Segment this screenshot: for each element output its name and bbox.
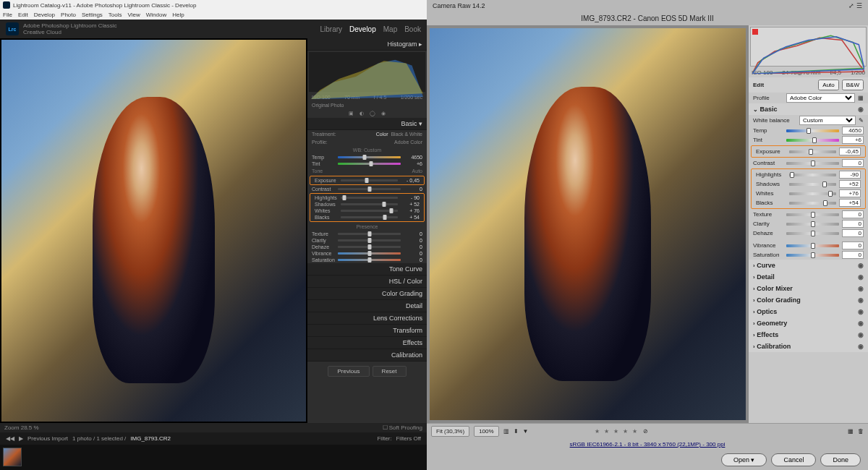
menu-photo[interactable]: Photo [61,12,76,18]
basic-header[interactable]: Basic ▾ [307,118,427,130]
cr-profile-select[interactable]: Adobe Color [786,93,855,103]
treat-color[interactable]: Color [376,132,388,137]
tool-mask-icon[interactable]: ◯ [370,111,375,116]
cr-panel-curve[interactable]: › Curve◉ [749,260,868,271]
slider-contrast[interactable]: Contrast0 [307,186,427,192]
cr-slider-contrast[interactable]: Contrast0 [749,158,868,168]
lr-preview-area[interactable] [0,38,307,423]
panel-lens[interactable]: Lens Corrections [307,312,427,325]
cr-panel-geometry[interactable]: › Geometry◉ [749,317,868,329]
panel-calibration[interactable]: Calibration [307,349,427,362]
cr-slider-dehaze[interactable]: Dehaze0 [749,228,868,238]
panel-detail[interactable]: Detail [307,300,427,312]
filmstrip[interactable] [0,445,427,470]
fullscreen-icon[interactable]: ⤢ [848,2,854,9]
cr-histogram[interactable] [750,27,867,67]
reset-button[interactable]: Reset [373,366,407,377]
cancel-button[interactable]: Cancel [771,453,816,466]
cr-preview-area[interactable] [427,25,749,423]
menu-tools[interactable]: Tools [109,12,122,18]
cr-workflow-link[interactable]: sRGB IEC61966-2.1 - 8 bit - 3840 x 5760 … [427,439,868,450]
filters-off[interactable]: Filters Off [396,435,421,442]
menu-develop[interactable]: Develop [34,12,55,18]
trash-icon[interactable]: 🗑 [858,428,864,435]
zoom-100-button[interactable]: 100% [474,426,498,437]
tone-auto[interactable]: Auto [412,168,422,174]
cr-panel-colorgrading[interactable]: › Color Grading◉ [749,294,868,306]
panel-colorgrading[interactable]: Color Grading [307,288,427,300]
filmstrip-thumb[interactable] [3,448,22,466]
slider-texture[interactable]: Texture0 [307,231,427,237]
cr-basic-header[interactable]: ⌄ Basic◉ [749,103,868,115]
cr-slider-texture[interactable]: Texture0 [749,210,868,219]
compare-icon[interactable]: ▥ [503,428,509,435]
grid-icon[interactable]: ▦ [858,95,864,101]
eye-icon[interactable]: ◉ [858,106,864,113]
cr-wb-select[interactable]: Custom [799,116,856,125]
cr-slider-clarity[interactable]: Clarity0 [749,219,868,228]
tool-heal-icon[interactable]: ◐ [359,111,364,116]
settings-icon[interactable]: ☰ [856,2,862,9]
fit-button[interactable]: Fit (30,3%) [431,426,469,437]
cr-panel-colormixer[interactable]: › Color Mixer◉ [749,283,868,294]
cr-panel-effects[interactable]: › Effects◉ [749,329,868,341]
module-library[interactable]: Library [320,25,342,33]
slider-shadows[interactable]: Shadows+ 52 [310,201,424,208]
previous-button[interactable]: Previous [328,366,369,377]
nav-prev-icon[interactable]: ◀◀ [6,435,14,442]
slider-temp[interactable]: Temp4650 [307,154,427,161]
grid-view-icon[interactable]: ▦ [848,428,854,435]
done-button[interactable]: Done [820,453,861,466]
filter-icon[interactable]: ▼ [523,428,529,435]
zoom-value[interactable]: 28.5 % [21,424,39,431]
cr-slider-shadows[interactable]: Shadows+52 [752,179,865,189]
slider-whites[interactable]: Whites+ 76 [310,208,424,214]
cr-slider-blacks[interactable]: Blacks+54 [752,198,865,208]
treat-bw[interactable]: Black & White [391,132,422,137]
slider-clarity[interactable]: Clarity0 [307,237,427,244]
lr-histogram[interactable] [309,52,425,92]
slider-highlights[interactable]: Highlights- 90 [310,195,424,201]
slider-tint[interactable]: Tint+6 [307,161,427,167]
nav-play-icon[interactable]: ▶ [19,435,23,442]
sort-icon[interactable]: ⬍ [514,428,519,435]
menu-help[interactable]: Help [172,12,184,18]
tool-redeye-icon[interactable]: ◉ [381,111,386,116]
cr-slider-vibrance[interactable]: Vibrance0 [749,241,868,250]
softproof-toggle[interactable]: ☐ Soft Proofing [383,424,422,431]
panel-transform[interactable]: Transform [307,325,427,337]
menu-file[interactable]: File [3,12,12,18]
rating-stars[interactable]: ★ ★ ★ ★ ★ [595,428,639,435]
cr-panel-optics[interactable]: › Optics◉ [749,306,868,317]
bw-button[interactable]: B&W [842,80,864,90]
slider-vibrance[interactable]: Vibrance0 [307,250,427,257]
cr-panel-detail[interactable]: › Detail◉ [749,271,868,283]
menu-settings[interactable]: Settings [82,12,103,18]
slider-dehaze[interactable]: Dehaze0 [307,244,427,250]
slider-exposure[interactable]: Exposure- 0,45 [310,177,424,184]
cr-slider-temp[interactable]: Temp4650 [749,126,868,135]
menu-window[interactable]: Window [146,12,166,18]
cr-slider-saturation[interactable]: Saturation0 [749,250,868,260]
slider-blacks[interactable]: Blacks+ 54 [310,214,424,221]
panel-hsl[interactable]: HSL / Color [307,275,427,288]
cr-slider-exposure[interactable]: Exposure-0,45 [752,147,865,156]
cr-slider-whites[interactable]: Whites+76 [752,189,865,198]
reject-icon[interactable]: ⊘ [643,428,648,435]
menu-view[interactable]: View [128,12,140,18]
module-develop[interactable]: Develop [349,25,376,33]
cr-slider-tint[interactable]: Tint+6 [749,135,868,145]
cr-panel-calibration[interactable]: › Calibration◉ [749,341,868,352]
cr-slider-highlights[interactable]: Highlights-90 [752,170,865,179]
prev-import[interactable]: Previous Import [27,435,68,442]
panel-effects[interactable]: Effects [307,337,427,349]
tool-crop-icon[interactable]: ▣ [349,111,354,116]
panel-tonecurve[interactable]: Tone Curve [307,263,427,275]
menu-edit[interactable]: Edit [18,12,28,18]
histogram-header[interactable]: Histogram ▸ [307,38,427,51]
lr-menubar[interactable]: File Edit Develop Photo Settings Tools V… [0,10,427,20]
module-map[interactable]: Map [383,25,397,33]
profile-select[interactable]: Adobe Color [394,140,422,145]
module-book[interactable]: Book [404,25,421,33]
open-button[interactable]: Open ▾ [721,453,767,466]
